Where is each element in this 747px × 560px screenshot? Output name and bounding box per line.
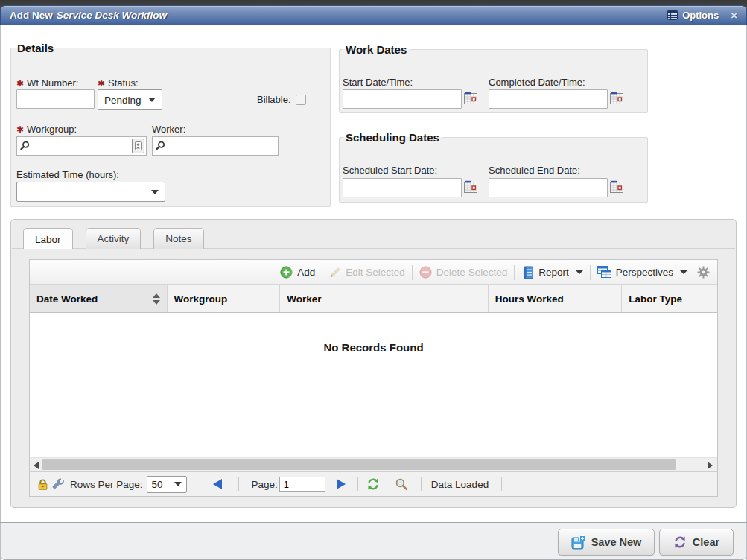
toolbar-separator bbox=[590, 265, 591, 280]
column-header-date-worked[interactable]: Date Worked bbox=[30, 285, 168, 312]
scheduling-dates-section: Scheduling Dates Scheduled Start Date: S… bbox=[339, 131, 648, 203]
completed-datetime-label: Completed Date/Time: bbox=[489, 77, 585, 88]
workgroup-picker-button[interactable] bbox=[132, 139, 144, 153]
estimated-time-select[interactable] bbox=[16, 182, 165, 202]
worker-search-input[interactable] bbox=[152, 136, 279, 156]
toolbar-separator bbox=[322, 265, 322, 280]
table-list-icon bbox=[667, 10, 678, 20]
pencil-icon bbox=[329, 267, 341, 279]
scroll-right-arrow-icon[interactable] bbox=[708, 462, 713, 469]
tab-notes[interactable]: Notes bbox=[153, 228, 203, 249]
dialog-titlebar: Add NewService Desk Workflow Options × bbox=[0, 5, 747, 25]
completed-date-calendar-button[interactable] bbox=[610, 92, 624, 106]
scroll-left-arrow-icon[interactable] bbox=[34, 462, 39, 469]
pager-separator bbox=[238, 477, 239, 491]
worker-field bbox=[152, 136, 279, 156]
tab-activity[interactable]: Activity bbox=[86, 228, 142, 249]
horizontal-scrollbar bbox=[30, 457, 717, 471]
workgroup-search-input[interactable] bbox=[16, 136, 147, 156]
report-notebook-icon bbox=[521, 266, 534, 279]
pager-status-text: Data Loaded bbox=[431, 479, 489, 490]
page-number-input[interactable] bbox=[279, 477, 325, 492]
start-datetime-label: Start Date/Time: bbox=[343, 77, 413, 88]
close-icon[interactable]: × bbox=[731, 10, 737, 21]
column-header-hours-worked[interactable]: Hours Worked bbox=[489, 285, 623, 312]
chevron-down-icon bbox=[576, 270, 583, 274]
perspectives-button[interactable]: Perspectives bbox=[597, 266, 687, 279]
toolbar-separator bbox=[514, 265, 515, 280]
calendar-icon bbox=[610, 92, 624, 105]
rows-per-page-select[interactable]: 50 bbox=[147, 476, 187, 493]
scheduled-start-calendar-button[interactable] bbox=[464, 180, 478, 194]
required-marker: ✱ bbox=[16, 78, 24, 89]
delete-selected-button[interactable]: Delete Selected bbox=[419, 266, 507, 279]
status-select[interactable]: Pending bbox=[98, 89, 162, 110]
details-legend: Details bbox=[14, 42, 57, 54]
next-page-icon[interactable] bbox=[337, 479, 346, 489]
workgroup-field bbox=[16, 136, 147, 156]
wrench-icon[interactable] bbox=[52, 478, 65, 491]
zoom-search-icon[interactable] bbox=[395, 477, 408, 491]
pager-separator bbox=[421, 477, 422, 491]
dialog-title: Add NewService Desk Workflow bbox=[10, 10, 167, 21]
estimated-time-label: Estimated Time (hours): bbox=[16, 169, 119, 180]
dialog-footer: Save New Clear bbox=[0, 523, 747, 560]
save-new-button[interactable]: Save New bbox=[558, 529, 655, 556]
start-datetime-input[interactable] bbox=[343, 89, 462, 109]
tab-strip: Labor Activity Notes bbox=[12, 228, 735, 249]
required-marker: ✱ bbox=[16, 124, 24, 135]
title-prefix: Add New bbox=[10, 10, 53, 21]
grid-pager: Rows Per Page: 50 Page: bbox=[30, 471, 717, 496]
minus-circle-icon bbox=[419, 266, 432, 279]
scheduling-dates-legend: Scheduling Dates bbox=[343, 131, 442, 144]
column-header-workgroup[interactable]: Workgroup bbox=[168, 285, 281, 312]
pager-separator bbox=[501, 477, 502, 491]
plus-circle-icon bbox=[280, 266, 293, 279]
add-button[interactable]: Add bbox=[280, 266, 315, 279]
column-header-worker[interactable]: Worker bbox=[280, 285, 488, 312]
scheduled-end-calendar-button[interactable] bbox=[610, 180, 624, 194]
chevron-down-icon bbox=[680, 270, 687, 274]
chevron-down-icon bbox=[151, 190, 159, 194]
billable-checkbox[interactable] bbox=[296, 95, 306, 105]
scheduled-start-input[interactable] bbox=[343, 178, 462, 197]
search-icon bbox=[156, 141, 165, 150]
labor-grid: Add Edit Selected Delete Selec bbox=[29, 259, 718, 497]
scheduled-end-input[interactable] bbox=[489, 178, 608, 197]
start-date-calendar-button[interactable] bbox=[464, 92, 478, 106]
chevron-down-icon bbox=[174, 482, 182, 486]
calendar-icon bbox=[610, 180, 624, 194]
completed-datetime-input[interactable] bbox=[489, 89, 608, 109]
calendar-icon bbox=[464, 180, 478, 194]
refresh-icon[interactable] bbox=[366, 477, 380, 491]
chevron-down-icon bbox=[148, 98, 156, 102]
rows-per-page-value: 50 bbox=[152, 479, 163, 490]
calendar-icon bbox=[464, 92, 478, 105]
status-label: ✱Status: bbox=[98, 77, 139, 89]
scheduled-start-label: Scheduled Start Date: bbox=[343, 165, 437, 176]
billable-label: Billable: bbox=[257, 94, 291, 105]
gear-icon[interactable] bbox=[697, 266, 710, 279]
tab-labor[interactable]: Labor bbox=[23, 228, 73, 249]
edit-selected-button[interactable]: Edit Selected bbox=[329, 267, 405, 279]
previous-page-icon[interactable] bbox=[213, 479, 222, 489]
grid-header-row: Date Worked Workgroup Worker Hours Worke… bbox=[30, 285, 717, 313]
required-marker: ✱ bbox=[98, 78, 105, 89]
wf-number-input[interactable] bbox=[16, 89, 95, 109]
workgroup-label: ✱Workgroup: bbox=[16, 124, 77, 135]
search-icon bbox=[20, 141, 30, 150]
sort-icon[interactable] bbox=[153, 293, 160, 305]
grid-toolbar: Add Edit Selected Delete Selec bbox=[30, 260, 717, 285]
options-button[interactable]: Options bbox=[667, 10, 719, 21]
work-dates-legend: Work Dates bbox=[343, 43, 410, 56]
clear-button[interactable]: Clear bbox=[659, 529, 734, 556]
status-value: Pending bbox=[104, 95, 142, 106]
report-button[interactable]: Report bbox=[521, 266, 583, 279]
scrollbar-thumb[interactable] bbox=[42, 459, 676, 470]
save-disk-icon bbox=[571, 535, 585, 550]
column-header-labor-type[interactable]: Labor Type bbox=[622, 285, 717, 312]
title-entity: Service Desk Workflow bbox=[57, 10, 167, 21]
perspectives-icon bbox=[597, 266, 611, 279]
tab-panel-container: Labor Activity Notes Add bbox=[10, 219, 737, 508]
lock-icon[interactable] bbox=[36, 478, 49, 491]
